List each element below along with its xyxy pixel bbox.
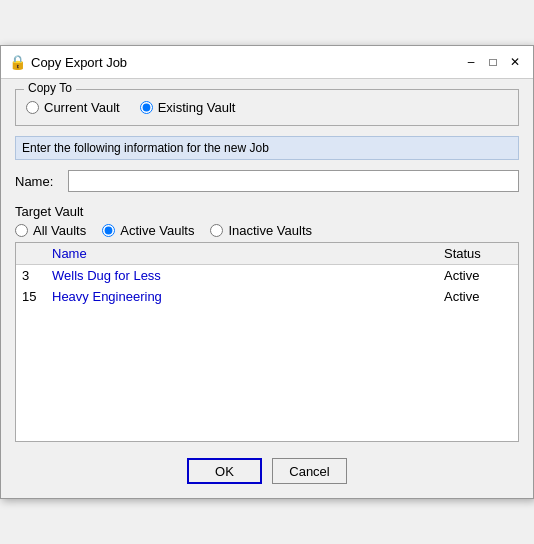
copy-to-group: Copy To Current Vault Existing Vault <box>15 89 519 126</box>
existing-vault-label: Existing Vault <box>158 100 236 115</box>
copy-export-job-dialog: 🔒 Copy Export Job – □ ✕ Copy To Current … <box>0 45 534 499</box>
target-vault-label: Target Vault <box>15 204 519 219</box>
col-header-name: Name <box>46 243 438 265</box>
current-vault-option[interactable]: Current Vault <box>26 100 120 115</box>
name-label: Name: <box>15 174 60 189</box>
cell-status: Active <box>438 286 518 307</box>
current-vault-label: Current Vault <box>44 100 120 115</box>
target-vault-section: Target Vault All Vaults Active Vaults In… <box>15 204 519 442</box>
vault-table: Name Status 3 Wells Dug for Less Active … <box>16 243 518 307</box>
active-vaults-option[interactable]: Active Vaults <box>102 223 194 238</box>
instruction-section: Enter the following information for the … <box>15 136 519 196</box>
existing-vault-option[interactable]: Existing Vault <box>140 100 236 115</box>
cell-status: Active <box>438 265 518 287</box>
inactive-vaults-radio[interactable] <box>210 224 223 237</box>
cancel-button[interactable]: Cancel <box>272 458 347 484</box>
dialog-buttons: OK Cancel <box>15 452 519 484</box>
cell-num: 15 <box>16 286 46 307</box>
title-bar-buttons: – □ ✕ <box>461 52 525 72</box>
instruction-text: Enter the following information for the … <box>15 136 519 160</box>
table-row[interactable]: 15 Heavy Engineering Active <box>16 286 518 307</box>
table-row[interactable]: 3 Wells Dug for Less Active <box>16 265 518 287</box>
close-button[interactable]: ✕ <box>505 52 525 72</box>
all-vaults-label: All Vaults <box>33 223 86 238</box>
active-vaults-label: Active Vaults <box>120 223 194 238</box>
copy-to-radio-group: Current Vault Existing Vault <box>26 96 508 115</box>
title-bar: 🔒 Copy Export Job – □ ✕ <box>1 46 533 79</box>
existing-vault-radio[interactable] <box>140 101 153 114</box>
col-header-status: Status <box>438 243 518 265</box>
current-vault-radio[interactable] <box>26 101 39 114</box>
maximize-button[interactable]: □ <box>483 52 503 72</box>
dialog-icon: 🔒 <box>9 54 25 70</box>
col-header-num <box>16 243 46 265</box>
cell-name: Wells Dug for Less <box>46 265 438 287</box>
dialog-title: Copy Export Job <box>31 55 127 70</box>
all-vaults-radio[interactable] <box>15 224 28 237</box>
active-vaults-radio[interactable] <box>102 224 115 237</box>
inactive-vaults-label: Inactive Vaults <box>228 223 312 238</box>
table-header-row: Name Status <box>16 243 518 265</box>
cell-name: Heavy Engineering <box>46 286 438 307</box>
cell-num: 3 <box>16 265 46 287</box>
name-input[interactable] <box>68 170 519 192</box>
name-field-row: Name: <box>15 166 519 196</box>
all-vaults-option[interactable]: All Vaults <box>15 223 86 238</box>
dialog-content: Copy To Current Vault Existing Vault Ent… <box>1 79 533 498</box>
vault-filter-radio-group: All Vaults Active Vaults Inactive Vaults <box>15 223 519 238</box>
inactive-vaults-option[interactable]: Inactive Vaults <box>210 223 312 238</box>
copy-to-label: Copy To <box>24 81 76 95</box>
vault-table-container: Name Status 3 Wells Dug for Less Active … <box>15 242 519 442</box>
title-bar-left: 🔒 Copy Export Job <box>9 54 127 70</box>
minimize-button[interactable]: – <box>461 52 481 72</box>
ok-button[interactable]: OK <box>187 458 262 484</box>
